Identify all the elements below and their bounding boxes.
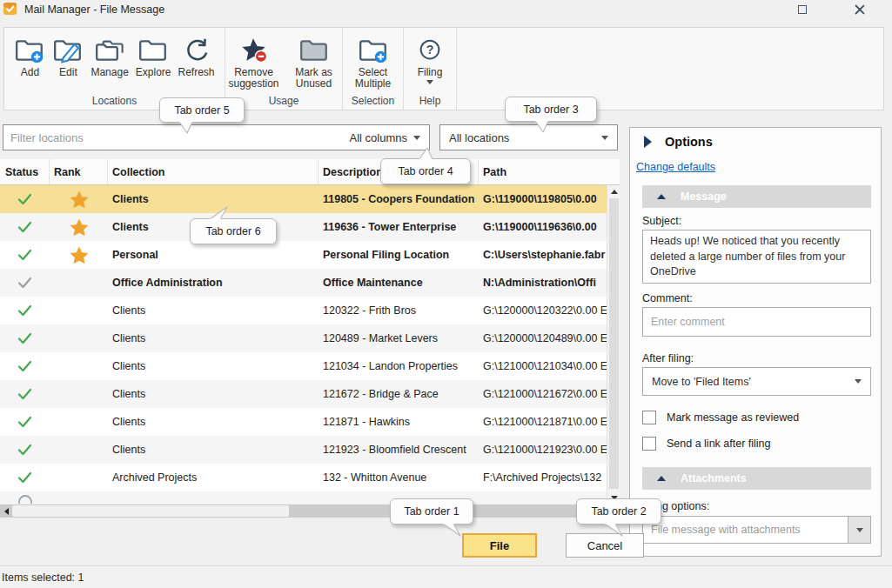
collection-cell: Clients bbox=[108, 360, 319, 372]
svg-text:?: ? bbox=[426, 43, 434, 57]
collection-cell: Office Administration bbox=[108, 277, 319, 289]
star-icon bbox=[70, 190, 89, 209]
path-cell: G:\121000\121923\0.00 E bbox=[479, 444, 607, 456]
after-filing-label: After filing: bbox=[642, 352, 694, 364]
check-icon bbox=[17, 360, 32, 372]
scroll-up-icon[interactable] bbox=[607, 185, 620, 197]
options-panel: Options Change defaults Message Subject:… bbox=[629, 127, 882, 557]
collection-cell: Clients bbox=[108, 193, 319, 205]
description-cell: 119805 - Coopers Foundation bbox=[319, 193, 479, 205]
column-header-rank[interactable]: Rank bbox=[50, 159, 108, 184]
comment-label: Comment: bbox=[642, 292, 693, 304]
mail-manager-app-icon bbox=[3, 3, 17, 17]
subject-field[interactable]: Heads up! We noticed that you recently d… bbox=[642, 230, 871, 284]
explore-folder-icon bbox=[137, 37, 169, 63]
check-icon bbox=[17, 388, 32, 400]
check-icon bbox=[17, 471, 32, 484]
filing-options-dropdown[interactable]: File message with attachments bbox=[642, 516, 871, 544]
path-cell: G:\121000\121672\0.00 E bbox=[479, 388, 607, 400]
path-cell: G:\119000\119636\0.00 bbox=[479, 221, 607, 233]
description-cell: 132 - Whitton Avenue bbox=[319, 471, 479, 484]
change-defaults-link[interactable]: Change defaults bbox=[636, 161, 715, 173]
maximize-icon[interactable] bbox=[793, 2, 812, 17]
send-link-checkbox[interactable] bbox=[642, 437, 656, 451]
description-cell: 121672 - Bridge & Pace bbox=[319, 388, 479, 400]
check-icon bbox=[17, 444, 32, 456]
check-gray-icon bbox=[17, 277, 32, 289]
mail-manager-window: Mail Manager - File Message Add Edit bbox=[0, 0, 892, 588]
status-bar: Items selected: 1 bbox=[0, 565, 892, 588]
filter-locations-box: All columns bbox=[3, 124, 430, 150]
table-row[interactable]: Clients 120322 - Frith Bros G:\120000\12… bbox=[0, 297, 607, 324]
collection-cell: Clients bbox=[108, 416, 319, 428]
locations-dropdown[interactable]: All locations bbox=[439, 124, 618, 150]
after-filing-dropdown[interactable]: Move to 'Filed Items' bbox=[642, 367, 871, 396]
edit-folder-icon bbox=[52, 37, 84, 63]
description-cell: 121871 - Hawkins bbox=[319, 416, 479, 428]
mark-reviewed-checkbox-row[interactable]: Mark message as reviewed bbox=[642, 411, 799, 424]
table-row[interactable]: Clients 120489 - Market Levers G:\120000… bbox=[0, 324, 607, 352]
window-title: Mail Manager - File Message bbox=[24, 3, 164, 16]
tab-order-4-callout: Tab order 4 bbox=[380, 158, 471, 184]
ribbon-group-selection: Select Multiple Selection bbox=[343, 28, 404, 110]
check-icon bbox=[17, 332, 32, 344]
check-icon bbox=[17, 193, 32, 205]
table-row[interactable]: Office Administration Office Maintenance… bbox=[0, 269, 607, 297]
unused-folder-icon bbox=[298, 37, 330, 63]
add-folder-icon bbox=[14, 37, 45, 63]
description-cell: 121034 - Landon Properties bbox=[319, 360, 479, 372]
mark-reviewed-checkbox[interactable] bbox=[642, 411, 656, 424]
attachments-section-header[interactable]: Attachments bbox=[642, 467, 871, 490]
filter-locations-input[interactable] bbox=[3, 131, 341, 144]
tab-order-5-callout: Tab order 5 bbox=[159, 97, 245, 123]
columns-dropdown[interactable]: All columns bbox=[341, 131, 429, 144]
vertical-scrollbar-thumb[interactable] bbox=[609, 198, 619, 489]
file-button[interactable]: File bbox=[462, 533, 537, 558]
collection-cell: Clients bbox=[108, 332, 319, 344]
comment-field[interactable] bbox=[642, 307, 871, 337]
path-cell: G:\120000\120489\0.00 E bbox=[479, 332, 607, 344]
collection-cell: Clients bbox=[108, 444, 319, 456]
cancel-button[interactable]: Cancel bbox=[566, 533, 644, 558]
table-header: Status Rank Collection Description Path bbox=[0, 159, 620, 185]
table-row[interactable]: Personal Personal Filing Location C:\Use… bbox=[0, 241, 607, 269]
options-arrow-icon bbox=[642, 135, 653, 149]
table-row[interactable]: Clients 121672 - Bridge & Pace G:\121000… bbox=[0, 380, 607, 408]
chevron-down-icon bbox=[601, 136, 608, 140]
table-row[interactable]: Clients 119636 - Tower Enterprise G:\119… bbox=[0, 213, 607, 241]
items-selected-text: Items selected: 1 bbox=[2, 571, 84, 584]
horizontal-scrollbar[interactable] bbox=[0, 504, 620, 518]
send-link-checkbox-row[interactable]: Send a link after filing bbox=[642, 437, 771, 451]
vertical-scrollbar[interactable] bbox=[607, 185, 620, 504]
refresh-icon bbox=[181, 37, 212, 63]
table-row[interactable]: Clients 121034 - Landon Properties G:\12… bbox=[0, 352, 607, 380]
path-cell: G:\119000\119805\0.00 bbox=[479, 193, 607, 205]
table-row[interactable] bbox=[0, 491, 607, 504]
ribbon-group-help: ? Filing Help bbox=[404, 28, 457, 110]
description-cell: 120489 - Market Levers bbox=[319, 332, 479, 344]
description-cell: Office Maintenance bbox=[319, 277, 479, 289]
scroll-left-icon[interactable] bbox=[0, 504, 12, 518]
table-row[interactable]: Clients 119805 - Coopers Foundation G:\1… bbox=[0, 185, 607, 213]
column-header-path[interactable]: Path bbox=[479, 159, 620, 184]
horizontal-scrollbar-thumb[interactable] bbox=[12, 505, 289, 517]
close-icon[interactable] bbox=[850, 2, 869, 17]
table-row[interactable]: Clients 121923 - Bloomfield Crescent G:\… bbox=[0, 436, 607, 464]
star-icon bbox=[70, 218, 89, 237]
description-cell: Personal Filing Location bbox=[319, 249, 479, 261]
table-row[interactable]: Archived Projects 132 - Whitton Avenue F… bbox=[0, 464, 607, 491]
column-header-status[interactable]: Status bbox=[0, 159, 50, 184]
check-icon bbox=[17, 416, 32, 428]
table-row[interactable]: Clients 121871 - Hawkins G:\121000\12187… bbox=[0, 408, 607, 436]
column-header-collection[interactable]: Collection bbox=[108, 159, 319, 184]
tab-order-3-callout: Tab order 3 bbox=[505, 97, 597, 122]
tab-order-1-callout: Tab order 1 bbox=[390, 498, 473, 525]
pending-circle-icon bbox=[17, 491, 33, 504]
star-icon bbox=[70, 246, 89, 264]
select-multiple-folder-icon bbox=[358, 37, 389, 63]
message-section-header[interactable]: Message bbox=[642, 185, 871, 208]
path-cell: G:\121000\121871\0.00 E bbox=[479, 416, 607, 428]
help-question-icon: ? bbox=[416, 37, 444, 63]
chevron-down-icon[interactable] bbox=[848, 517, 870, 543]
title-bar: Mail Manager - File Message bbox=[0, 0, 892, 21]
